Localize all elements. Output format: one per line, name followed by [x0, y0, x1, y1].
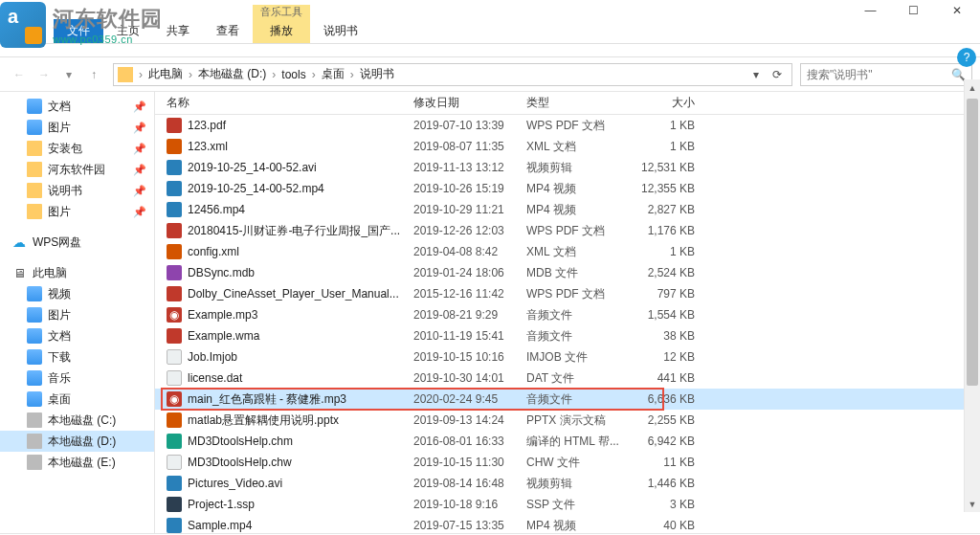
tab-play[interactable]: 播放 — [256, 19, 306, 43]
sidebar-item[interactable]: 安装包 📌 — [0, 138, 154, 159]
file-type: WPS PDF 文档 — [515, 223, 632, 239]
file-icon — [167, 370, 182, 386]
file-date: 2015-12-16 11:42 — [402, 287, 515, 301]
breadcrumb[interactable]: › 此电脑 › 本地磁盘 (D:) › tools › 桌面 › 说明书 ▾ ⟳ — [113, 63, 792, 86]
file-row[interactable]: config.xml 2019-04-08 8:42 XML 文档 1 KB — [155, 241, 980, 262]
scroll-up-button[interactable]: ▲ — [965, 79, 980, 96]
breadcrumb-item[interactable]: tools — [278, 68, 309, 81]
sidebar-item[interactable]: 文档 📌 — [0, 96, 154, 117]
sidebar-item[interactable]: 图片 — [0, 304, 154, 325]
sidebar-item[interactable]: 本地磁盘 (D:) — [0, 431, 154, 452]
file-row[interactable]: DBSync.mdb 2019-01-24 18:06 MDB 文件 2,524… — [155, 262, 980, 283]
file-type: MP4 视频 — [515, 518, 632, 534]
col-size[interactable]: 大小 — [632, 95, 706, 111]
file-date: 2019-10-30 14:01 — [402, 371, 515, 385]
file-row[interactable]: Job.Imjob 2019-10-15 10:16 IMJOB 文件 12 K… — [155, 346, 980, 368]
sidebar-item[interactable]: 图片 📌 — [0, 201, 154, 222]
maximize-button[interactable]: ☐ — [892, 1, 935, 20]
file-row[interactable]: 20180415-川财证券-电子行业周报_国产... 2019-12-26 12… — [155, 220, 980, 241]
nav-back[interactable]: ← — [8, 63, 31, 86]
tab-home[interactable]: 主页 — [103, 19, 153, 43]
search-field[interactable] — [807, 68, 951, 81]
file-row[interactable]: Sample.mp4 2019-07-15 13:35 MP4 视频 40 KB — [155, 515, 980, 533]
breadcrumb-item[interactable]: 说明书 — [356, 66, 398, 82]
file-name: Dolby_CineAsset_Player_User_Manual... — [188, 287, 399, 301]
sidebar-item-label: 图片 — [48, 120, 71, 136]
file-row[interactable]: MD3DtoolsHelp.chw 2019-10-15 11:30 CHW 文… — [155, 452, 980, 473]
search-input[interactable]: 🔍 — [800, 63, 972, 86]
scroll-down-button[interactable]: ▼ — [965, 496, 980, 512]
file-name: license.dat — [188, 371, 242, 385]
tab-share[interactable]: 共享 — [153, 19, 203, 43]
breadcrumb-dropdown[interactable]: ▾ — [746, 68, 767, 81]
file-name: Example.wma — [188, 329, 259, 343]
tab-view[interactable]: 查看 — [203, 19, 253, 43]
sidebar-item[interactable]: 音乐 — [0, 368, 154, 389]
breadcrumb-item[interactable]: 本地磁盘 (D:) — [194, 66, 270, 82]
file-date: 2019-01-24 18:06 — [402, 266, 515, 279]
sidebar-wps[interactable]: ☁ WPS网盘 — [0, 232, 154, 253]
sidebar-item[interactable]: 文档 — [0, 325, 154, 346]
scrollbar[interactable]: ▲ ▼ — [964, 79, 980, 512]
file-size: 12,531 KB — [632, 161, 706, 174]
col-date[interactable]: 修改日期 — [402, 95, 515, 111]
col-type[interactable]: 类型 — [515, 95, 632, 111]
sidebar-item-label: WPS网盘 — [33, 234, 81, 251]
file-row[interactable]: Dolby_CineAsset_Player_User_Manual... 20… — [155, 283, 980, 304]
ribbon-body — [0, 44, 980, 57]
sidebar-item[interactable]: 本地磁盘 (E:) — [0, 452, 154, 473]
minimize-button[interactable]: — — [849, 1, 892, 20]
sidebar: 文档 📌 图片 📌 安装包 📌 河东软件园 📌 说明书 📌 图片 📌 — [0, 92, 155, 533]
file-row[interactable]: 12456.mp4 2019-10-29 11:21 MP4 视频 2,827 … — [155, 199, 980, 220]
sidebar-item[interactable]: 本地磁盘 (C:) — [0, 410, 154, 431]
file-row[interactable]: MD3DtoolsHelp.chm 2016-08-01 16:33 编译的 H… — [155, 431, 980, 452]
sidebar-item-label: 文档 — [48, 99, 71, 115]
file-row[interactable]: 2019-10-25_14-00-52.avi 2019-11-13 13:12… — [155, 157, 980, 178]
file-date: 2019-08-07 11:35 — [402, 140, 515, 153]
drive-icon — [27, 412, 42, 428]
file-row[interactable]: 2019-10-25_14-00-52.mp4 2019-10-26 15:19… — [155, 178, 980, 199]
nav-recent-dropdown[interactable]: ▾ — [57, 63, 80, 86]
close-button[interactable]: ✕ — [935, 1, 978, 20]
sidebar-item[interactable]: 桌面 — [0, 389, 154, 410]
context-tab-group: 音乐工具 播放 — [253, 5, 310, 43]
sidebar-item[interactable]: 下载 — [0, 346, 154, 368]
col-name[interactable]: 名称 — [155, 95, 402, 111]
sidebar-item[interactable]: 河东软件园 📌 — [0, 159, 154, 180]
file-row[interactable]: Example.mp3 2019-08-21 9:29 音频文件 1,554 K… — [155, 304, 980, 325]
file-size: 2,524 KB — [632, 266, 706, 279]
chevron-right-icon[interactable]: › — [348, 68, 356, 81]
file-row[interactable]: license.dat 2019-10-30 14:01 DAT 文件 441 … — [155, 368, 980, 389]
file-row[interactable]: Example.wma 2010-11-19 15:41 音频文件 38 KB — [155, 325, 980, 346]
file-row[interactable]: main_红色高跟鞋 - 蔡健雅.mp3 2020-02-24 9:45 音频文… — [155, 389, 980, 410]
file-row[interactable]: 123.xml 2019-08-07 11:35 XML 文档 1 KB — [155, 136, 980, 157]
chevron-right-icon[interactable]: › — [270, 68, 278, 81]
tab-file[interactable]: 文件 — [54, 19, 103, 43]
breadcrumb-item[interactable]: 此电脑 — [145, 66, 187, 82]
file-row[interactable]: Pictures_Video.avi 2019-08-14 16:48 视频剪辑… — [155, 473, 980, 494]
file-name: Job.Imjob — [188, 350, 237, 364]
chevron-right-icon[interactable]: › — [310, 68, 318, 81]
file-row[interactable]: 123.pdf 2019-07-10 13:39 WPS PDF 文档 1 KB — [155, 115, 980, 136]
nav-up[interactable]: ↑ — [82, 63, 105, 86]
sidebar-item[interactable]: 图片 📌 — [0, 117, 154, 138]
file-row[interactable]: matlab悬置解耦使用说明.pptx 2019-09-13 14:24 PPT… — [155, 410, 980, 431]
file-date: 2019-04-08 8:42 — [402, 245, 515, 258]
sidebar-item[interactable]: 说明书 📌 — [0, 180, 154, 201]
file-date: 2019-11-13 13:12 — [402, 161, 515, 174]
refresh-button[interactable]: ⟳ — [767, 68, 788, 81]
chevron-right-icon[interactable]: › — [137, 68, 145, 81]
file-row[interactable]: Project-1.ssp 2019-10-18 9:16 SSP 文件 3 K… — [155, 494, 980, 515]
sidebar-item[interactable]: 视频 — [0, 283, 154, 304]
file-name: Pictures_Video.avi — [188, 477, 282, 490]
tab-current-folder[interactable]: 说明书 — [310, 19, 371, 43]
nav-forward[interactable]: → — [33, 63, 56, 86]
file-type: 视频剪辑 — [515, 160, 632, 176]
file-name: 2019-10-25_14-00-52.mp4 — [188, 182, 324, 195]
chevron-right-icon[interactable]: › — [187, 68, 194, 81]
breadcrumb-item[interactable]: 桌面 — [318, 66, 348, 82]
scroll-thumb[interactable] — [967, 99, 978, 386]
sidebar-this-pc[interactable]: 🖥 此电脑 — [0, 262, 154, 283]
help-button[interactable]: ? — [957, 48, 976, 67]
file-name: Example.mp3 — [188, 308, 257, 322]
